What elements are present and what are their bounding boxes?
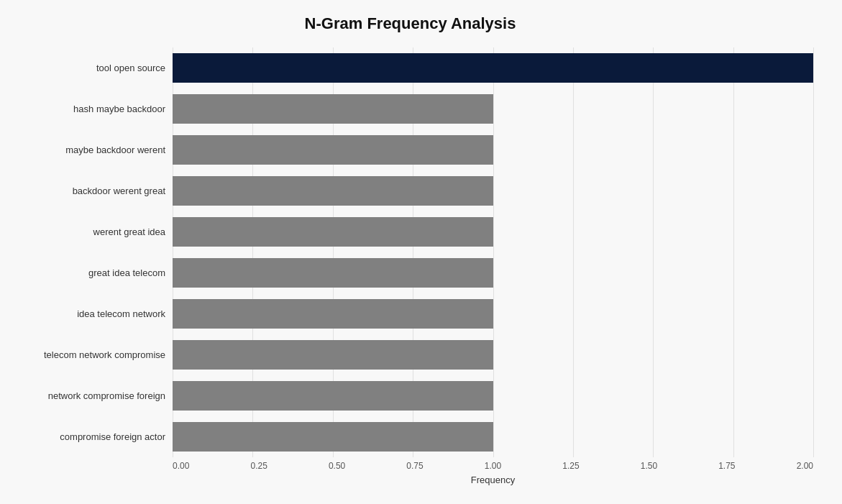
y-label: maybe backdoor werent (7, 129, 165, 170)
bar-row (173, 88, 813, 129)
x-tick: 0.00 (173, 461, 189, 471)
x-tick: 0.75 (406, 461, 423, 471)
bar-row (173, 129, 813, 170)
bar-row (173, 47, 813, 88)
bar (173, 299, 493, 329)
x-tick: 1.75 (718, 461, 735, 471)
y-label: great idea telecom (7, 252, 165, 293)
bar-row (173, 211, 813, 252)
x-tick: 0.50 (329, 461, 345, 471)
y-label: backdoor werent great (7, 170, 165, 211)
bar (173, 381, 493, 411)
bottom-section: 0.000.250.500.751.001.251.501.752.00 Fre… (7, 457, 813, 485)
chart-area: tool open sourcehash maybe backdoormaybe… (7, 47, 813, 444)
y-label: werent great idea (7, 211, 165, 252)
x-axis-label: Frequency (173, 475, 813, 485)
bar (173, 135, 493, 165)
x-tick: 1.25 (562, 461, 579, 471)
chart-container: N-Gram Frequency Analysis tool open sour… (0, 0, 842, 504)
bar-row (173, 416, 813, 457)
bars-container (173, 47, 813, 457)
bar-row (173, 170, 813, 211)
y-label: tool open source (7, 47, 165, 88)
x-tick: 0.25 (250, 461, 267, 471)
bar-row (173, 293, 813, 334)
x-tick: 1.50 (641, 461, 657, 471)
grid-line (813, 47, 814, 457)
y-label: compromise foreign actor (7, 416, 165, 457)
y-label: telecom network compromise (7, 334, 165, 375)
chart-title: N-Gram Frequency Analysis (7, 14, 813, 33)
bar-row (173, 375, 813, 416)
bar (173, 217, 493, 247)
bar-row (173, 252, 813, 293)
plot-area: tool open sourcehash maybe backdoormaybe… (7, 47, 813, 457)
x-axis: 0.000.250.500.751.001.251.501.752.00 (173, 461, 813, 471)
bar (173, 176, 493, 206)
bar (173, 94, 493, 124)
y-label: hash maybe backdoor (7, 88, 165, 129)
bar-row (173, 334, 813, 375)
bar (173, 340, 493, 370)
grid-and-bars (173, 47, 813, 457)
y-label: idea telecom network (7, 293, 165, 334)
bar (173, 258, 493, 288)
bar (173, 53, 813, 83)
x-tick: 2.00 (797, 461, 813, 471)
bars-and-grid (173, 47, 813, 457)
bar (173, 422, 493, 452)
y-label: network compromise foreign (7, 375, 165, 416)
x-tick: 1.00 (485, 461, 501, 471)
y-labels: tool open sourcehash maybe backdoormaybe… (7, 47, 173, 457)
